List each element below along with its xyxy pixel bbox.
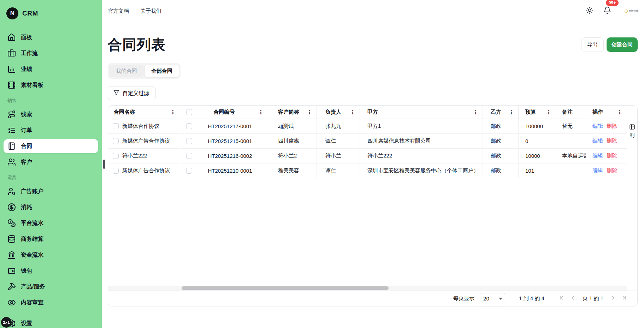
delete-link[interactable]: 删除: [607, 138, 617, 144]
column-menu-icon[interactable]: ⋮: [471, 109, 483, 115]
sidebar-item-label: 钱包: [21, 267, 32, 275]
last-page-button[interactable]: [621, 295, 627, 302]
column-menu-icon[interactable]: ⋮: [544, 109, 556, 115]
sidebar-item-orders[interactable]: 订单: [4, 123, 98, 137]
contract-number: HT20251216-0002: [192, 153, 268, 159]
column-menu-icon[interactable]: ⋮: [305, 109, 317, 115]
sidebar-item-ad-accounts[interactable]: 广告账户: [4, 184, 98, 198]
page-scrollbar-thumb[interactable]: [103, 160, 105, 169]
sidebar-item-dashboard[interactable]: 面板: [4, 30, 98, 44]
column-label-party-b: 乙方: [491, 109, 501, 115]
row-checkbox[interactable]: [186, 168, 192, 174]
column-header-contract-number: 合同编号 ⋮: [181, 106, 268, 119]
sidebar-item-label: 工作流: [21, 50, 38, 57]
sidebar-item-leads[interactable]: 线索: [4, 107, 98, 121]
column-menu-icon[interactable]: ⋮: [348, 109, 360, 115]
topbar-link-about[interactable]: 关于我们: [140, 8, 161, 14]
topbar-links: 官方文档关于我们: [108, 8, 161, 14]
coins-icon: [7, 219, 16, 227]
pinned-row: 符小兰222: [108, 149, 180, 163]
sidebar-item-material-board[interactable]: 素材看板: [4, 78, 98, 92]
sidebar-nav: 面板工作流业绩素材看板销售线索订单合同客户运营广告账户消耗平台流水商务结算资金流…: [0, 30, 102, 328]
edit-link[interactable]: 编辑: [592, 138, 603, 144]
column-menu-icon[interactable]: ⋮: [256, 109, 268, 115]
cell-customer: 稚美美容: [268, 163, 317, 178]
custom-filter-button[interactable]: 自定义过滤: [108, 86, 156, 100]
sidebar-item-fund-flow[interactable]: 资金流水: [4, 248, 98, 262]
sidebar-item-platform-flow[interactable]: 平台流水: [4, 216, 98, 230]
cell-contract-name: 新媒体合作协议: [108, 119, 180, 133]
sidebar-item-settings[interactable]: 设置: [4, 316, 98, 328]
theme-toggle-button[interactable]: [583, 5, 596, 17]
delete-link[interactable]: 删除: [607, 153, 617, 159]
film-icon: [7, 81, 16, 89]
columns-panel-button[interactable]: 列: [627, 106, 637, 291]
tab-my-contracts[interactable]: 我的合同: [109, 65, 144, 77]
topbar-right: 99+ 树懒查账: [583, 4, 638, 18]
partner-logo[interactable]: 树懒查账: [625, 9, 638, 13]
contract-file-icon: [7, 142, 16, 150]
column-menu-icon[interactable]: ⋮: [507, 109, 518, 115]
table-header-row-scroll: 合同编号 ⋮ 客户简称 ⋮ 负责人 ⋮: [181, 106, 627, 119]
column-menu-icon[interactable]: ⋮: [168, 109, 180, 115]
column-menu-icon[interactable]: ⋮: [615, 109, 627, 115]
row-checkbox[interactable]: [186, 153, 192, 159]
row-checkbox[interactable]: [113, 123, 119, 129]
edit-link[interactable]: 编辑: [592, 167, 603, 174]
sidebar-item-label: 内容审查: [21, 299, 43, 306]
tab-all-contracts[interactable]: 全部合同: [144, 65, 179, 77]
sidebar-item-customers[interactable]: 客户: [4, 155, 98, 169]
pinned-row: 新媒体广告合作协议: [108, 134, 180, 149]
column-label-budget: 预算: [525, 109, 536, 115]
cell-party-a: 甲方1: [360, 119, 483, 133]
sidebar-item-business-settlement[interactable]: 商务结算: [4, 232, 98, 246]
cell-party-a: 深圳市宝安区稚美美容服务中心（个体工商户）: [360, 163, 483, 178]
sidebar-item-consumption[interactable]: 消耗: [4, 200, 98, 214]
sidebar-item-label: 商务结算: [21, 235, 43, 243]
table-columns-icon: [629, 124, 635, 131]
per-page-select[interactable]: 20: [479, 293, 506, 304]
delete-link[interactable]: 删除: [607, 167, 617, 174]
row-checkbox[interactable]: [186, 138, 192, 144]
sidebar-item-performance[interactable]: 业绩: [4, 62, 98, 76]
select-all-checkbox[interactable]: [186, 109, 192, 115]
first-page-button[interactable]: [559, 295, 565, 302]
create-contract-button[interactable]: 创建合同: [607, 37, 638, 52]
app-root: N CRM 面板工作流业绩素材看板销售线索订单合同客户运营广告账户消耗平台流水商…: [0, 0, 644, 328]
edit-link[interactable]: 编辑: [592, 153, 603, 159]
export-button[interactable]: 导出: [581, 37, 604, 52]
row-checkbox[interactable]: [113, 138, 119, 144]
page-title: 合同列表: [108, 35, 166, 54]
column-header-remark: 备注: [556, 106, 586, 119]
contract-name: 新媒体合作协议: [122, 123, 159, 130]
scale-indicator-badge: 2x1: [1, 317, 12, 328]
notifications-button[interactable]: 99+: [601, 5, 614, 17]
sidebar-item-workflow[interactable]: 工作流: [4, 46, 98, 60]
column-label-remark: 备注: [562, 109, 573, 115]
delete-link[interactable]: 删除: [607, 123, 617, 130]
cell-remark: [556, 134, 586, 148]
sidebar-item-wallet[interactable]: 钱包: [4, 264, 98, 278]
ordered-list-icon: [7, 126, 16, 135]
row-checkbox[interactable]: [113, 153, 119, 159]
row-checkbox[interactable]: [113, 168, 119, 174]
column-header-party-b: 乙方 ⋮: [483, 106, 519, 119]
sidebar-item-label: 广告账户: [21, 188, 43, 195]
table-grid: 合同名称 ⋮ 新媒体合作协议新媒体广告合作协议符小兰222新媒体广告合作协议: [108, 106, 627, 286]
contract-number: HT20251217-0001: [192, 123, 268, 129]
table-header-row: 合同名称 ⋮: [108, 106, 180, 119]
cell-owner: 谭仁: [317, 163, 360, 178]
horizontal-scrollbar[interactable]: [108, 286, 627, 291]
sidebar-item-products-services[interactable]: 产品/服务: [4, 280, 98, 294]
cell-contract-name: 新媒体广告合作协议: [108, 134, 180, 148]
topbar-link-docs[interactable]: 官方文档: [108, 8, 129, 14]
edit-link[interactable]: 编辑: [592, 123, 603, 130]
sidebar-item-contracts[interactable]: 合同: [4, 139, 98, 153]
next-page-button[interactable]: [610, 295, 616, 302]
cell-party-a: 四川席媒信息技术有限公司: [360, 134, 483, 148]
sidebar-item-content-review[interactable]: 内容审查: [4, 296, 98, 310]
column-label-contract-number: 合同编号: [192, 109, 256, 115]
previous-page-button[interactable]: [570, 295, 576, 302]
row-checkbox[interactable]: [186, 123, 192, 129]
horizontal-scrollbar-thumb[interactable]: [182, 286, 389, 290]
